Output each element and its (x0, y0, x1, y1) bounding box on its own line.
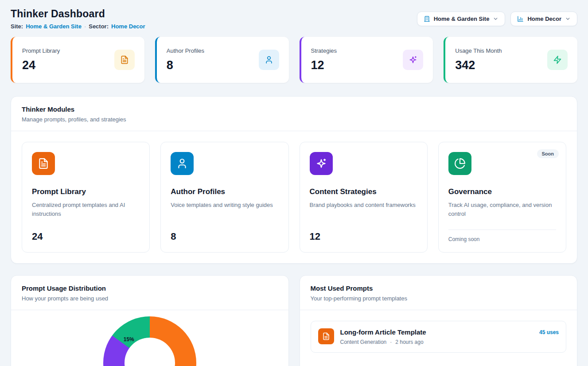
page-title: Thinker Dashboard (11, 8, 145, 20)
site-dropdown[interactable]: Home & Garden Site (417, 12, 506, 26)
chevron-down-icon (493, 16, 498, 22)
module-card-prompt-library[interactable]: Prompt Library Centralized prompt templa… (22, 142, 150, 253)
site-dropdown-label: Home & Garden Site (434, 16, 490, 22)
bar-chart-icon (517, 16, 524, 22)
soon-badge: Soon (537, 149, 559, 158)
prompt-category: Content Generation (340, 339, 387, 345)
prompts-list: Long-form Article Template Content Gener… (300, 310, 577, 363)
module-description: Voice templates and writing style guides (171, 201, 278, 210)
module-title: Content Strategies (310, 187, 417, 196)
stat-label: Usage This Month (455, 47, 502, 54)
prompts-panel-header: Most Used Prompts Your top-performing pr… (300, 276, 577, 310)
modules-panel-title: Thinker Modules (22, 105, 566, 113)
usage-panel-title: Prompt Usage Distribution (22, 284, 278, 292)
divider (448, 230, 556, 230)
module-title: Governance (448, 187, 556, 196)
usage-panel-subtitle: How your prompts are being used (22, 295, 278, 302)
stat-value: 342 (455, 58, 502, 72)
breadcrumb: Site: Home & Garden Site · Sector: Home … (11, 23, 145, 30)
prompt-time: 2 hours ago (395, 339, 423, 345)
uses-badge: 45 uses (539, 329, 559, 335)
stat-card-strategies: Strategies 12 (300, 37, 433, 83)
lightning-icon (547, 50, 568, 70)
header-controls: Home & Garden Site Home Decor (417, 12, 577, 26)
stat-label: Strategies (311, 47, 337, 54)
module-count: 12 (310, 231, 417, 242)
module-count: 24 (32, 231, 140, 242)
module-card-content-strategies[interactable]: Content Strategies Brand playbooks and c… (300, 142, 428, 253)
modules-grid: Prompt Library Centralized prompt templa… (11, 131, 577, 263)
prompt-meta: Content Generation · 2 hours ago (340, 339, 533, 345)
module-description: Brand playbooks and content frameworks (310, 201, 417, 210)
chart-area: 15% (11, 310, 288, 366)
thinker-modules-panel: Thinker Modules Manage prompts, profiles… (11, 96, 577, 264)
document-icon (32, 152, 55, 175)
site-link[interactable]: Home & Garden Site (26, 23, 82, 30)
user-icon (259, 50, 279, 70)
list-item[interactable]: Long-form Article Template Content Gener… (311, 321, 567, 353)
stat-card-prompt-library: Prompt Library 24 (11, 37, 144, 83)
dashboard-page: Thinker Dashboard Site: Home & Garden Si… (0, 0, 588, 366)
modules-panel-header: Thinker Modules Manage prompts, profiles… (11, 97, 577, 131)
prompts-panel-title: Most Used Prompts (311, 284, 567, 292)
module-description: Track AI usage, compliance, and version … (448, 201, 556, 218)
stats-row: Prompt Library 24 Author Profiles 8 Stra… (11, 37, 577, 83)
document-icon (318, 328, 334, 344)
bottom-row: Prompt Usage Distribution How your promp… (11, 275, 577, 366)
breadcrumb-separator: · (84, 23, 86, 30)
sector-label: Sector: (89, 23, 109, 30)
stat-value: 24 (22, 58, 60, 72)
chevron-down-icon (565, 16, 571, 22)
sector-link[interactable]: Home Decor (111, 23, 145, 30)
donut-slice-label: 15% (124, 336, 134, 343)
header: Thinker Dashboard Site: Home & Garden Si… (11, 8, 577, 30)
module-card-author-profiles[interactable]: Author Profiles Voice templates and writ… (160, 142, 288, 253)
usage-panel-header: Prompt Usage Distribution How your promp… (11, 276, 288, 310)
sparkle-star-icon (310, 152, 333, 175)
header-left: Thinker Dashboard Site: Home & Garden Si… (11, 8, 145, 30)
module-count: 8 (171, 231, 278, 242)
sector-dropdown-label: Home Decor (527, 16, 561, 22)
most-used-prompts-panel: Most Used Prompts Your top-performing pr… (300, 275, 578, 366)
module-title: Author Profiles (171, 187, 278, 196)
module-description: Centralized prompt templates and AI inst… (32, 201, 140, 218)
meta-separator: · (390, 339, 392, 345)
pie-chart-icon (448, 152, 471, 175)
user-icon (171, 152, 194, 175)
stat-label: Prompt Library (22, 47, 60, 54)
stat-value: 8 (167, 58, 204, 72)
stat-value: 12 (311, 58, 337, 72)
stat-card-author-profiles: Author Profiles 8 (155, 37, 289, 83)
sector-dropdown[interactable]: Home Decor (510, 12, 577, 26)
module-footer: Coming soon (448, 230, 556, 242)
document-icon (114, 50, 135, 70)
stat-label: Author Profiles (167, 47, 204, 54)
donut-chart[interactable]: 15% (103, 316, 196, 366)
coming-soon-text: Coming soon (448, 236, 556, 242)
site-label: Site: (11, 23, 23, 30)
prompt-title: Long-form Article Template (340, 328, 533, 336)
module-title: Prompt Library (32, 187, 140, 196)
prompts-panel-subtitle: Your top-performing prompt templates (311, 295, 567, 302)
building-icon (424, 16, 430, 22)
module-card-governance[interactable]: Soon Governance Track AI usage, complian… (438, 142, 566, 253)
prompt-usage-panel: Prompt Usage Distribution How your promp… (11, 275, 289, 366)
stat-card-usage: Usage This Month 342 (444, 37, 577, 83)
modules-panel-subtitle: Manage prompts, profiles, and strategies (22, 116, 566, 123)
sparkle-star-icon (403, 50, 423, 70)
